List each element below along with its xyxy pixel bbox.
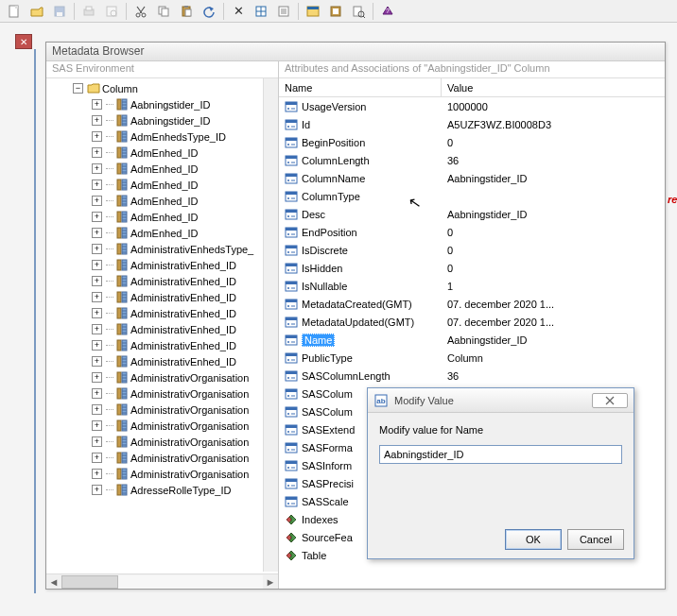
close-tab-button[interactable]: ✕	[15, 34, 32, 49]
property-icon	[285, 226, 298, 239]
tree-item[interactable]: +AdministrativOrganisation	[46, 466, 278, 482]
tree-item[interactable]: +AdmEnhed_ID	[46, 225, 278, 241]
preview-icon[interactable]	[101, 2, 122, 21]
tree-item[interactable]: +AdministrativOrganisation	[46, 402, 278, 418]
paste-icon[interactable]	[176, 2, 197, 21]
expand-icon[interactable]: +	[92, 212, 102, 222]
new-file-icon[interactable]	[4, 2, 25, 21]
attribute-row[interactable]: MetadataCreated(GMT)07. december 2020 1.…	[279, 295, 665, 313]
tree-item[interactable]: +AdministrativOrganisation	[46, 418, 278, 434]
tree-item-label: AdministrativOrganisation	[130, 404, 249, 416]
attribute-row[interactable]: NameAabningstider_ID	[279, 331, 665, 349]
attribute-row[interactable]: IsHidden0	[279, 259, 665, 277]
cut-icon[interactable]	[130, 2, 151, 21]
scroll-right-icon[interactable]: ►	[263, 575, 278, 589]
tree-vertical-scrollbar[interactable]	[263, 78, 278, 572]
expand-icon[interactable]: +	[92, 244, 102, 254]
attribute-row[interactable]: ColumnLength36	[279, 151, 665, 169]
modify-value-input[interactable]	[379, 445, 622, 464]
attribute-row[interactable]: DescAabningstider_ID	[279, 205, 665, 223]
attribute-row[interactable]: IdA5UZF3WZ.BI0008D3	[279, 115, 665, 133]
tree-item[interactable]: +AdministrativEnhed_ID	[46, 257, 278, 273]
tree-item[interactable]: +AdministrativEnhed_ID	[46, 289, 278, 305]
explorer-icon[interactable]	[303, 2, 323, 21]
folder-icon	[87, 82, 100, 94]
attribute-row[interactable]: MetadataUpdated(GMT)07. december 2020 1.…	[279, 313, 665, 331]
expand-icon[interactable]: +	[92, 276, 102, 286]
cancel-button[interactable]: Cancel	[567, 529, 624, 550]
attribute-row[interactable]: ColumnNameAabningstider_ID	[279, 169, 665, 187]
svg-point-184	[287, 215, 289, 217]
attribute-row[interactable]: SASColumnLength36	[279, 367, 665, 385]
save-icon[interactable]	[49, 2, 70, 21]
attribute-row[interactable]: EndPosition0	[279, 223, 665, 241]
ok-button[interactable]: OK	[505, 529, 562, 550]
help-icon[interactable]: ?	[377, 2, 398, 21]
attribute-row[interactable]: PublicTypeColumn	[279, 349, 665, 367]
expand-icon[interactable]: +	[92, 131, 102, 142]
tree-item[interactable]: +AdmEnhed_ID	[46, 161, 278, 177]
attribute-row[interactable]: ColumnType	[279, 187, 665, 205]
expand-icon[interactable]: +	[92, 453, 102, 463]
tree-item[interactable]: +AdministrativOrganisation	[46, 434, 278, 450]
expand-icon[interactable]: +	[92, 340, 102, 351]
expand-icon[interactable]: +	[92, 372, 102, 383]
tree-item[interactable]: +AdministrativEnhed_ID	[46, 321, 278, 337]
copy-icon[interactable]	[153, 2, 174, 21]
attribute-row[interactable]: IsDiscrete0	[279, 241, 665, 259]
attribute-row[interactable]: BeginPosition0	[279, 133, 665, 151]
expand-icon[interactable]: +	[92, 469, 102, 479]
scroll-left-icon[interactable]: ◄	[46, 575, 61, 589]
grid-icon[interactable]	[251, 2, 271, 21]
expand-icon[interactable]: +	[92, 356, 102, 367]
tree-item[interactable]: +AdministrativOrganisation	[46, 385, 278, 402]
tree-item[interactable]: +AdmEnhed_ID	[46, 177, 278, 193]
expand-icon[interactable]: +	[92, 180, 102, 190]
list-icon[interactable]	[273, 2, 294, 21]
expand-icon[interactable]: +	[92, 308, 102, 318]
attribute-row[interactable]: UsageVersion1000000	[279, 97, 665, 115]
tree-item[interactable]: +Aabningstider_ID	[46, 112, 278, 128]
expand-icon[interactable]: +	[92, 292, 102, 302]
undo-icon[interactable]	[199, 2, 219, 21]
expand-icon[interactable]: +	[92, 163, 102, 174]
print-icon[interactable]	[78, 2, 99, 21]
tree-item[interactable]: +AdmEnhed_ID	[46, 193, 278, 209]
tree-item[interactable]: +AdmEnhedsType_ID	[46, 128, 278, 145]
expand-icon[interactable]: +	[92, 436, 102, 447]
expand-icon[interactable]: +	[92, 147, 102, 158]
expand-icon[interactable]: +	[92, 404, 102, 415]
expand-icon[interactable]: +	[92, 388, 102, 399]
module-icon[interactable]	[325, 2, 346, 21]
col-header-name[interactable]: Name	[279, 78, 442, 96]
tree-item[interactable]: +AdmEnhed_ID	[46, 209, 278, 225]
tree-item[interactable]: +AdministrativEnhed_ID	[46, 273, 278, 289]
tree-horizontal-scrollbar[interactable]: ◄ ►	[46, 573, 278, 589]
open-icon[interactable]	[26, 2, 47, 21]
expand-icon[interactable]: +	[92, 115, 102, 126]
collapse-icon[interactable]: −	[73, 83, 83, 94]
tree-item[interactable]: +AdministrativEnhed_ID	[46, 337, 278, 353]
expand-icon[interactable]: +	[92, 228, 102, 238]
attribute-row[interactable]: IsNullable1	[279, 277, 665, 295]
expand-icon[interactable]: +	[92, 485, 102, 495]
expand-icon[interactable]: +	[92, 420, 102, 431]
find-icon[interactable]	[348, 2, 369, 21]
tree-item[interactable]: +AdministrativEnhedsType_	[46, 241, 278, 257]
dialog-titlebar[interactable]: ab Modify Value	[368, 388, 634, 413]
tree-item[interactable]: +AdministrativEnhed_ID	[46, 305, 278, 321]
expand-icon[interactable]: +	[92, 260, 102, 270]
dialog-close-icon[interactable]	[592, 393, 628, 408]
expand-icon[interactable]: +	[92, 196, 102, 206]
tree-item[interactable]: +AdministrativEnhed_ID	[46, 353, 278, 369]
expand-icon[interactable]: +	[92, 324, 102, 334]
tree-item[interactable]: +Aabningstider_ID	[46, 96, 278, 112]
delete-icon[interactable]: ✕	[228, 2, 249, 21]
expand-icon[interactable]: +	[92, 99, 102, 110]
tree-item[interactable]: +AdmEnhed_ID	[46, 145, 278, 161]
tree-item[interactable]: +AdministrativOrganisation	[46, 450, 278, 466]
tree-root-column[interactable]: −Column	[46, 80, 278, 96]
tree-item[interactable]: +AdministrativOrganisation	[46, 369, 278, 385]
tree-item[interactable]: +AdresseRolleType_ID	[46, 482, 278, 498]
col-header-value[interactable]: Value	[442, 82, 665, 94]
